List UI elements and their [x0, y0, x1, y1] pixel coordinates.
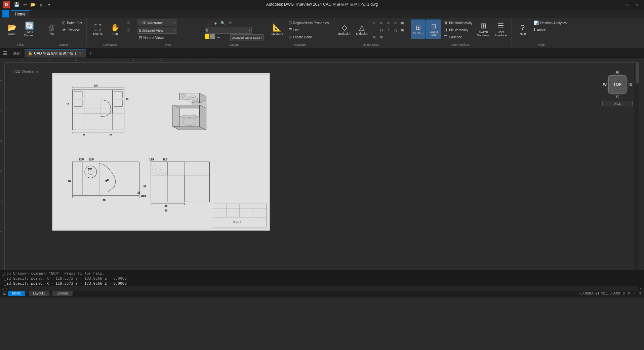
preview-button[interactable]: 👁 Preview: [60, 27, 84, 33]
snap-icon-10[interactable]: ⊞: [399, 27, 406, 33]
snap-icon-9[interactable]: ◁: [392, 27, 399, 33]
snap-icon-3[interactable]: ✕: [385, 20, 392, 26]
layout-tabs-button[interactable]: ⊡ Layout Tabs: [426, 20, 441, 39]
tabs-hamburger[interactable]: ☰: [1, 49, 9, 57]
measure-icon: 📐: [273, 24, 282, 31]
grid-toggle[interactable]: #: [628, 291, 630, 295]
layer-btn-2[interactable]: ◈: [212, 20, 219, 26]
qa-dropdown[interactable]: ▾: [46, 1, 52, 8]
snap-icon-7[interactable]: ⊡: [378, 27, 385, 33]
region-mass-button[interactable]: ⊞ Region/Mass Properties: [286, 20, 331, 26]
app-icon[interactable]: D: [3, 1, 10, 8]
home-icon[interactable]: ⌂: [2, 10, 9, 18]
layer-btn-1[interactable]: ⊞: [205, 20, 211, 26]
snap-toggle[interactable]: ⊕: [622, 291, 625, 295]
nav-btn-2[interactable]: ⊞: [124, 27, 132, 33]
svg-text:15: 15: [137, 191, 140, 194]
tab-start[interactable]: Start: [9, 49, 24, 58]
layout1-tab[interactable]: Layout1: [29, 291, 49, 296]
dwg-convert-icon: 🔄: [25, 22, 34, 30]
endpoint-button[interactable]: ◇ Endpoint: [336, 20, 353, 40]
cmd-clear-button[interactable]: ⊘: [2, 287, 4, 290]
close-button[interactable]: ✕: [633, 1, 641, 8]
layer-state-dropdown[interactable]: 0 ▾: [205, 27, 252, 34]
canvas-area[interactable]: [-][2D Wireframe] Model 1: [5, 63, 639, 270]
plot-button[interactable]: 🖨 Plot: [43, 20, 59, 40]
svg-text:F: F: [0, 231, 2, 233]
unsaved-view-dropdown[interactable]: ⊞ Unsaved View ▾: [137, 27, 177, 34]
model-tab[interactable]: Model: [8, 291, 25, 296]
about-button[interactable]: ℹ About: [532, 27, 569, 33]
nav-btn-1[interactable]: ⊕: [124, 20, 132, 26]
svg-text:12.5: 12.5: [149, 158, 154, 161]
unsaved-layer-dropdown[interactable]: Unsaved Layer State ▾: [230, 34, 264, 41]
wcs-button[interactable]: WCS: [602, 101, 633, 106]
vertical-scrollbar[interactable]: [635, 63, 639, 270]
qa-save[interactable]: 💾: [13, 1, 20, 8]
qa-undo[interactable]: ↩: [22, 1, 28, 8]
midpoint-button[interactable]: △ Midpoint: [353, 20, 370, 40]
tile-h-button[interactable]: ⊞ Tile Horizontally: [442, 20, 474, 26]
named-views-button[interactable]: ⊡ Named Views: [137, 34, 166, 41]
snap-icon-1[interactable]: ○: [371, 20, 377, 26]
batch-plot-button[interactable]: ⊞ Batch Plot: [60, 20, 84, 26]
snap-icon-6[interactable]: ─: [371, 27, 377, 33]
scrollbar-thumb[interactable]: [636, 63, 639, 83]
ribbon-group-help: ? Help 📊 Desktop Analytics ℹ About Help: [512, 19, 571, 47]
open-button[interactable]: 📂 Open: [3, 20, 20, 40]
dwg-convert-button[interactable]: 🔄 DWG Convert: [21, 20, 38, 40]
list-button[interactable]: ☰ List: [286, 27, 331, 33]
snap-icon-4[interactable]: ✕: [392, 20, 399, 26]
minimize-button[interactable]: ─: [614, 1, 622, 8]
layout2-tab[interactable]: Layout2: [52, 291, 73, 296]
switch-windows-icon: ⊞: [480, 22, 486, 30]
cmd-cancel-button[interactable]: ✕: [5, 286, 8, 291]
qa-print[interactable]: 🖨: [38, 1, 44, 8]
ribbon-tabs: ⌂ Home: [0, 9, 644, 18]
maximize-button[interactable]: □: [623, 1, 632, 8]
ribbon-group-files: 📂 Open 🔄 DWG Convert Files: [1, 19, 40, 47]
switch-windows-button[interactable]: ⊞ Switch Windows: [475, 20, 492, 40]
layer-color-yellow[interactable]: [205, 34, 209, 39]
desktop-analytics-button[interactable]: 📊 Desktop Analytics: [532, 20, 569, 26]
snap-icon-2[interactable]: ✕: [378, 20, 385, 26]
qa-open[interactable]: 📂: [30, 1, 36, 8]
layer-weight[interactable]: ─: [223, 34, 230, 41]
compass-east: E: [630, 82, 632, 86]
cmd-dropdown-button[interactable]: ▾: [640, 286, 642, 291]
layer-btn-4[interactable]: ⟳: [227, 20, 234, 26]
cascade-button[interactable]: ❒ Cascade: [442, 34, 474, 40]
new-tab-button[interactable]: +: [87, 49, 94, 57]
svg-text:15: 15: [66, 103, 69, 105]
locate-point-button[interactable]: ⊕ Locate Point: [286, 34, 331, 40]
object-snap-group-label: Object Snap: [334, 43, 408, 46]
settings-icon[interactable]: ⚙: [638, 291, 641, 295]
help-button[interactable]: ? Help: [514, 20, 531, 40]
command-input[interactable]: [9, 286, 639, 291]
pan-button[interactable]: ✋ Pan: [107, 20, 124, 40]
file-tabs-button[interactable]: ⊞ File Tabs: [411, 20, 426, 39]
snap-icon-8[interactable]: /: [385, 27, 392, 33]
tab-drawing-1[interactable]: 🔒 CAD 연습도면 도면파일 1 ✕: [25, 49, 86, 58]
measure-button[interactable]: 📐 Measure: [269, 20, 286, 40]
ribbon-group-object-snap: ◇ Endpoint △ Midpoint ○ ✕ ✕ ✕ ⊞: [334, 19, 408, 47]
snap-icon-5[interactable]: ⊞: [399, 20, 406, 26]
tab-home[interactable]: Home: [11, 10, 30, 18]
model-menu-button[interactable]: ☰: [3, 291, 7, 296]
batch-plot-icon: ⊞: [62, 21, 66, 25]
files-group-label: Files: [1, 43, 40, 46]
tab-close-button[interactable]: ✕: [78, 51, 83, 56]
layer-btn-3[interactable]: 🔍: [219, 20, 226, 26]
extents-button[interactable]: ⛶ Extents: [89, 20, 106, 40]
snap-icon-11[interactable]: ⊕: [371, 34, 377, 40]
ortho-toggle[interactable]: ⊣: [633, 291, 636, 295]
layer-color-gray[interactable]: [210, 34, 215, 39]
layer-line[interactable]: ━: [215, 34, 222, 41]
view-style-dropdown[interactable]: ☐ 2D Wireframe ▾: [137, 20, 177, 26]
tile-v-button[interactable]: ⊡ Tile Vertically: [442, 27, 474, 33]
chevron-down-icon: ▾: [174, 22, 175, 25]
snap-icon-12[interactable]: ⊕: [378, 34, 385, 40]
user-interface-button[interactable]: ☰ User Interface: [492, 20, 509, 40]
nav-cube-face[interactable]: TOP: [608, 75, 627, 94]
analytics-icon: 📊: [534, 21, 539, 25]
